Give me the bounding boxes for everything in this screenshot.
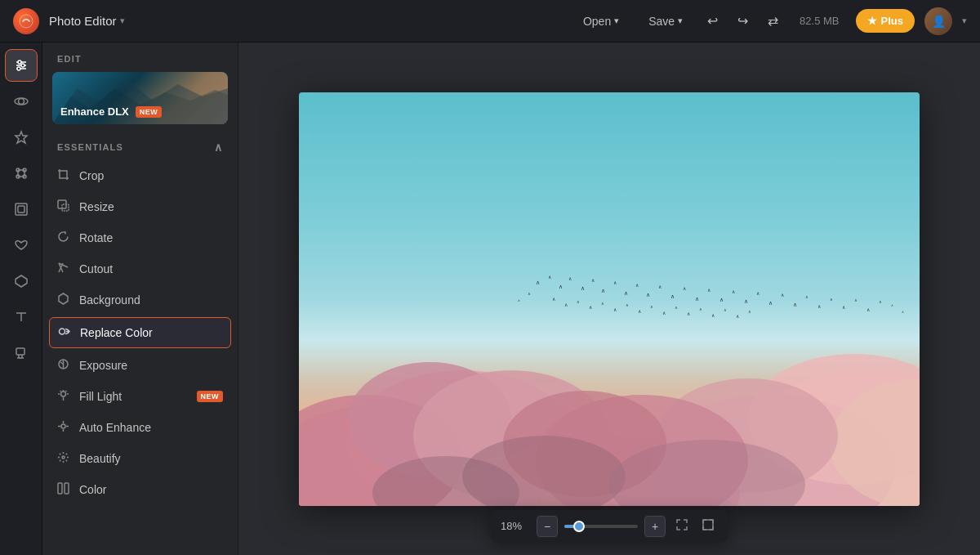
menu-item-beautify[interactable]: Beautify — [42, 443, 238, 474]
main-layout: EDIT Enhance DLX NEW ESSENTIALS ∧ — [0, 43, 980, 555]
svg-text:∧: ∧ — [817, 304, 821, 309]
menu-item-resize[interactable]: Resize — [42, 191, 238, 222]
menu-item-cutout[interactable]: Cutout — [42, 253, 238, 284]
bottom-toolbar: 18% − + — [491, 510, 728, 542]
exposure-icon — [57, 358, 69, 373]
svg-text:∧: ∧ — [793, 302, 797, 307]
svg-text:∧: ∧ — [866, 307, 870, 312]
essentials-label: ESSENTIALS — [57, 142, 123, 152]
svg-point-2 — [18, 60, 21, 64]
user-avatar[interactable]: 👤 — [924, 7, 952, 35]
app-logo[interactable] — [13, 8, 39, 34]
crop-icon — [57, 168, 69, 183]
menu-item-exposure[interactable]: Exposure — [42, 350, 238, 381]
svg-text:∧: ∧ — [613, 280, 617, 285]
svg-text:∧: ∧ — [699, 307, 702, 311]
svg-text:∧: ∧ — [646, 292, 650, 298]
svg-text:∧: ∧ — [736, 314, 739, 319]
icon-bar-text[interactable] — [5, 301, 38, 333]
icon-bar-shape[interactable] — [5, 265, 38, 298]
svg-marker-20 — [16, 275, 27, 287]
svg-text:∧: ∧ — [732, 289, 735, 294]
fit-screen-button[interactable] — [672, 515, 692, 537]
svg-line-60 — [60, 460, 60, 461]
svg-text:∧: ∧ — [670, 293, 675, 299]
svg-text:∧: ∧ — [536, 280, 540, 285]
svg-rect-19 — [18, 206, 24, 213]
clouds-svg: ∧ ∧ ∧ ∧ ∧ ∧ ∧ ∧ ∧ ∧ ∧ ∧ ∧ ∧ ∧ — [299, 92, 920, 506]
essentials-chevron: ∧ — [214, 141, 223, 154]
svg-text:∧: ∧ — [528, 291, 531, 296]
app-name-button[interactable]: Photo Editor ▾ — [49, 14, 125, 28]
menu-item-background[interactable]: Background — [42, 284, 238, 316]
enhance-banner[interactable]: Enhance DLX NEW — [52, 72, 228, 124]
canvas-wrapper: ∧ ∧ ∧ ∧ ∧ ∧ ∧ ∧ ∧ ∧ ∧ ∧ ∧ ∧ ∧ — [299, 92, 920, 506]
svg-marker-34 — [59, 293, 68, 304]
svg-text:∧: ∧ — [624, 290, 628, 296]
undo-button[interactable]: ↩ — [702, 8, 723, 34]
icon-bar-effects[interactable] — [5, 121, 38, 154]
svg-text:∧: ∧ — [724, 307, 727, 312]
canvas-area: ∧ ∧ ∧ ∧ ∧ ∧ ∧ ∧ ∧ ∧ ∧ ∧ ∧ ∧ ∧ — [238, 43, 980, 555]
menu-item-fill-light-label: Fill Light — [79, 390, 187, 403]
menu-item-crop[interactable]: Crop — [42, 160, 238, 191]
svg-text:∧: ∧ — [589, 305, 592, 310]
save-chevron: ▾ — [678, 16, 683, 26]
svg-text:∧: ∧ — [902, 310, 904, 314]
photo-canvas[interactable]: ∧ ∧ ∧ ∧ ∧ ∧ ∧ ∧ ∧ ∧ ∧ ∧ ∧ ∧ ∧ — [299, 92, 920, 506]
zoom-slider-thumb[interactable] — [573, 521, 585, 532]
redo-button[interactable]: ↪ — [733, 8, 753, 34]
icon-bar-favorites[interactable] — [5, 229, 38, 262]
flip-button[interactable]: ⇄ — [763, 8, 783, 34]
svg-text:∧: ∧ — [891, 303, 893, 307]
icon-bar — [0, 43, 42, 555]
zoom-slider[interactable] — [564, 525, 638, 528]
plus-upgrade-button[interactable]: ★ Plus — [856, 9, 915, 33]
svg-point-6 — [17, 67, 20, 70]
menu-item-fill-light[interactable]: Fill Light NEW — [42, 381, 238, 412]
menu-item-exposure-label: Exposure — [79, 359, 223, 372]
avatar-chevron[interactable]: ▾ — [962, 16, 967, 26]
svg-text:∧: ∧ — [756, 291, 760, 296]
resize-icon — [57, 199, 69, 214]
svg-text:∧: ∧ — [577, 299, 580, 304]
menu-item-rotate[interactable]: Rotate — [42, 222, 238, 253]
svg-rect-30 — [62, 204, 69, 211]
auto-enhance-icon — [57, 420, 69, 435]
icon-bar-brush[interactable] — [5, 337, 38, 369]
svg-text:∧: ∧ — [548, 275, 551, 280]
svg-text:∧: ∧ — [552, 297, 555, 302]
redo-icon: ↪ — [737, 13, 748, 29]
replace-color-icon — [58, 325, 70, 340]
avatar-icon: 👤 — [932, 15, 946, 28]
svg-text:∧: ∧ — [695, 296, 699, 302]
svg-text:∧: ∧ — [635, 283, 639, 288]
fullscreen-button[interactable] — [698, 515, 718, 537]
open-button[interactable]: Open ▾ — [573, 10, 629, 33]
menu-item-color[interactable]: Color — [42, 474, 238, 505]
menu-item-replace-color[interactable]: Replace Color — [49, 317, 231, 348]
icon-bar-adjustments[interactable] — [5, 49, 38, 82]
svg-line-45 — [60, 391, 61, 392]
edit-panel: EDIT Enhance DLX NEW ESSENTIALS ∧ — [42, 43, 238, 555]
icon-bar-frame[interactable] — [5, 193, 38, 226]
zoom-in-button[interactable]: + — [644, 516, 666, 537]
save-button[interactable]: Save ▾ — [639, 10, 693, 33]
svg-text:∧: ∧ — [842, 305, 845, 310]
svg-text:∧: ∧ — [768, 300, 773, 306]
icon-bar-objects[interactable] — [5, 157, 38, 190]
zoom-out-icon: − — [544, 520, 550, 533]
svg-text:∧: ∧ — [559, 284, 563, 289]
svg-line-59 — [66, 454, 67, 454]
enhance-new-badge: NEW — [136, 106, 163, 118]
svg-text:∧: ∧ — [830, 297, 833, 302]
star-icon: ★ — [867, 15, 877, 27]
svg-point-40 — [61, 392, 66, 396]
menu-item-cutout-label: Cutout — [79, 262, 223, 275]
icon-bar-view[interactable] — [5, 85, 38, 118]
save-label: Save — [648, 15, 675, 28]
menu-item-auto-enhance[interactable]: Auto Enhance — [42, 412, 238, 443]
svg-text:∧: ∧ — [719, 297, 724, 302]
essentials-header[interactable]: ESSENTIALS ∧ — [42, 134, 238, 160]
zoom-out-button[interactable]: − — [537, 516, 558, 537]
